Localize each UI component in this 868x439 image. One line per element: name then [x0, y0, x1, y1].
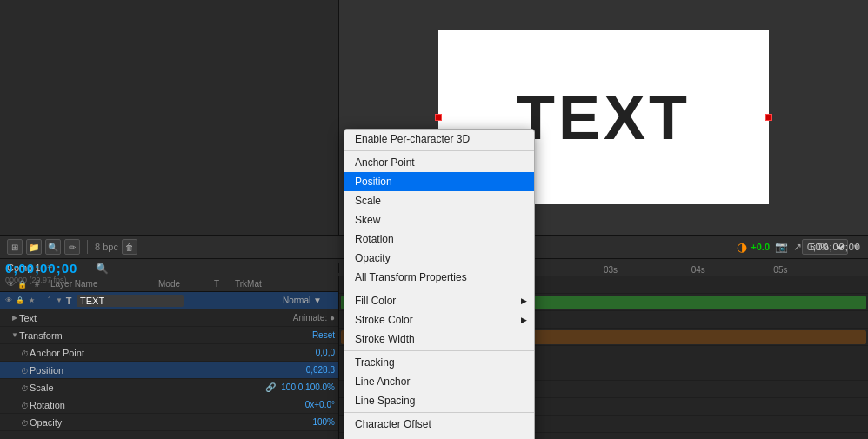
menu-line-anchor[interactable]: Line Anchor [344, 372, 534, 391]
text-preview: TEXT [517, 82, 691, 153]
menu-sep-1 [344, 150, 534, 151]
menu-rotation-label: Rotation [355, 233, 524, 245]
menu-sep-3 [344, 350, 534, 351]
text-layer-icon: T [63, 296, 74, 306]
opacity-name: Opacity [30, 417, 170, 428]
layer-number-1: 1 [40, 296, 52, 305]
menu-character-offset-label: Character Offset [355, 418, 524, 430]
menu-skew-label: Skew [355, 214, 524, 226]
t-col: T [214, 279, 231, 289]
anchor-right [765, 114, 772, 121]
mode-col: Mode [158, 279, 210, 289]
menu-position[interactable]: Position [344, 172, 534, 191]
layer-mode-1[interactable]: Normal ▼ [283, 296, 335, 305]
expand-transform[interactable]: ▼ [10, 331, 19, 340]
anchor-icon-wrap: ⏱ [21, 347, 30, 359]
menu-sep-4 [344, 412, 534, 413]
menu-line-spacing[interactable]: Line Spacing [344, 391, 534, 410]
layer-name-1: TEXT [77, 295, 184, 307]
text-group-name: Text [19, 313, 154, 323]
context-menu: Enable Per-character 3D Anchor Point Pos… [344, 129, 535, 439]
toolbar-btn-2[interactable]: 📁 [26, 239, 42, 255]
opacity-icon-wrap: ⏱ [21, 416, 30, 429]
tick-4s: 04s [691, 265, 705, 275]
menu-anchor-point[interactable]: Anchor Point [344, 153, 534, 172]
eye-toggle-1[interactable]: 👁 [3, 296, 14, 306]
layer-row-opacity[interactable]: ⏱ Opacity 100% [0, 414, 338, 431]
toolbar-left: ⊞ 📁 🔍 ✏ 8 bpc 🗑 [7, 239, 137, 255]
menu-skew[interactable]: Skew [344, 210, 534, 229]
menu-anchor-point-label: Anchor Point [355, 156, 524, 169]
reset-btn[interactable]: Reset [312, 330, 335, 340]
menu-sep-2 [344, 289, 534, 289]
tick-5s: 05s [773, 265, 787, 275]
link-icon: 🔗 [265, 382, 276, 392]
position-icon-wrap: ⏱ [21, 364, 30, 376]
menu-tracking-label: Tracking [355, 356, 524, 369]
stopwatch-icon-rotation[interactable]: ⏱ [21, 402, 29, 410]
toolbar-divider-1 [87, 240, 88, 254]
fps-label: 00000 (29.97 fps) [5, 276, 77, 284]
menu-stroke-width[interactable]: Stroke Width [344, 329, 534, 349]
menu-character-value[interactable]: Character Value [344, 434, 534, 439]
menu-fill-color-label: Fill Color [355, 295, 524, 307]
tick-3s: 03s [604, 265, 618, 275]
menu-rotation[interactable]: Rotation [344, 229, 534, 249]
scale-icon-wrap: ⏱ [21, 382, 30, 394]
layer-row-scale[interactable]: ⏱ Scale 🔗 100.0,100.0% [0, 379, 338, 396]
menu-position-label: Position [355, 176, 524, 188]
layer-row-position[interactable]: ⏱ Position 0,628.3 [0, 362, 338, 379]
anchor-left [435, 114, 442, 121]
menu-enable-per-char-label: Enable Per-character 3D [355, 133, 524, 145]
animate-btn[interactable]: Animate: ● [293, 313, 335, 323]
rotation-name: Rotation [30, 400, 165, 410]
toolbar-btn-4[interactable]: ✏ [64, 239, 80, 255]
rotation-icon-wrap: ⏱ [21, 399, 30, 411]
color-wheel-icon: ◑ +0.0 [737, 240, 770, 254]
layer-row-rotation[interactable]: ⏱ Rotation 0x+0.0° [0, 396, 338, 414]
menu-enable-per-char[interactable]: Enable Per-character 3D [344, 130, 534, 149]
menu-all-transform[interactable]: All Transform Properties [344, 268, 534, 287]
transform-name: Transform [19, 330, 165, 341]
menu-character-offset[interactable]: Character Offset [344, 415, 534, 434]
stopwatch-icon-scale[interactable]: ⏱ [21, 384, 29, 393]
opacity-value: 100% [312, 417, 335, 427]
menu-scale[interactable]: Scale [344, 191, 534, 210]
expand-layer-1[interactable]: ▼ [55, 296, 63, 305]
bpc-label: 8 bpc [95, 242, 118, 252]
layer-row-text[interactable]: 👁 🔒 ★ 1 ▼ T TEXT Normal ▼ [0, 292, 338, 309]
stopwatch-icon-position[interactable]: ⏱ [21, 367, 29, 376]
layer-row-anchor[interactable]: ⏱ Anchor Point 0,0,0 [0, 344, 338, 362]
menu-stroke-color-label: Stroke Color [355, 314, 524, 326]
menu-all-transform-label: All Transform Properties [355, 271, 524, 283]
layer-row-text-group[interactable]: ▶ Text Animate: ● [0, 309, 338, 327]
right-toolbar: ◑ +0.0 📷 ↗ 0;00;00;00 [730, 235, 868, 259]
stopwatch-icon-anchor[interactable]: ⏱ [21, 349, 29, 358]
anchor-point-name: Anchor Point [30, 348, 170, 358]
vis-icons-1: 👁 🔒 ★ [3, 296, 37, 306]
toolbar-btn-3[interactable]: 🔍 [45, 239, 61, 255]
position-name: Position [30, 365, 166, 376]
toolbar-btn-1[interactable]: ⊞ [7, 239, 23, 255]
menu-scale-label: Scale [355, 195, 524, 207]
time-counter: 0;00;00;00 [5, 261, 77, 276]
color-icon: ◑ [737, 240, 747, 254]
menu-line-anchor-label: Line Anchor [355, 376, 524, 388]
lock-toggle-1[interactable]: 🔒 [15, 296, 25, 306]
expand-text-group[interactable]: ▶ [10, 314, 19, 323]
menu-fill-color[interactable]: Fill Color [344, 291, 534, 310]
trash-btn[interactable]: 🗑 [122, 239, 137, 255]
plus-indicator: +0.0 [751, 242, 770, 252]
solo-toggle-1[interactable]: ★ [26, 296, 37, 306]
export-icon: ↗ [793, 241, 802, 253]
time-display: 0;00;00;00 [807, 242, 861, 252]
search-icon[interactable]: 🔍 [96, 263, 109, 275]
menu-opacity[interactable]: Opacity [344, 249, 534, 268]
time-counter-section: 0;00;00;00 00000 (29.97 fps) [5, 261, 77, 284]
left-panel [0, 0, 339, 235]
menu-stroke-width-label: Stroke Width [355, 333, 524, 345]
menu-stroke-color[interactable]: Stroke Color [344, 310, 534, 329]
stopwatch-icon-opacity[interactable]: ⏱ [21, 419, 29, 428]
layer-row-transform[interactable]: ▼ Transform Reset [0, 327, 338, 344]
menu-tracking[interactable]: Tracking [344, 353, 534, 372]
